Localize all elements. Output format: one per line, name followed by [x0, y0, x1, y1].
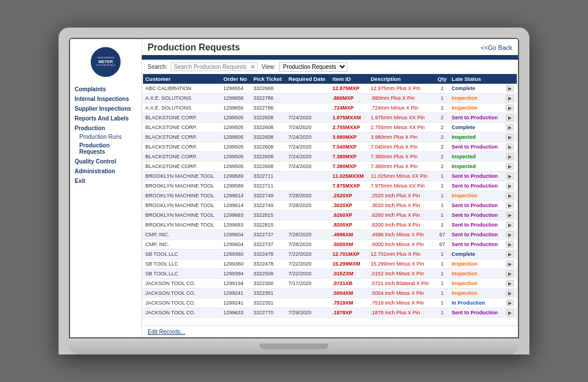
sidebar-item-quality-control[interactable]: Quality Control	[70, 156, 141, 166]
search-label: Search:	[148, 64, 167, 70]
cell-qty: 2	[435, 152, 449, 162]
cell-action[interactable]: ▶	[504, 269, 517, 279]
search-input[interactable]	[173, 64, 248, 70]
row-action-button[interactable]: ▶	[506, 182, 514, 189]
cell-item-id: .6260XP	[330, 211, 368, 220]
cell-customer: JACKSON TOOL CO.	[143, 308, 221, 318]
row-action-button[interactable]: ▶	[506, 202, 514, 209]
row-action-button[interactable]: ▶	[506, 231, 514, 238]
row-action-button[interactable]: ▶	[506, 134, 514, 141]
cell-order-no: 1299241	[221, 289, 251, 298]
row-action-button[interactable]: ▶	[506, 114, 514, 121]
cell-action[interactable]: ▶	[504, 171, 517, 181]
sidebar-item-production-runs[interactable]: Production Runs	[70, 132, 141, 141]
cell-qty: 1	[435, 250, 449, 259]
cell-status: Inspection	[450, 93, 504, 103]
row-action-button[interactable]: ▶	[506, 251, 514, 258]
view-select[interactable]: Production Requests	[279, 62, 347, 72]
cell-status: Inspected	[450, 162, 504, 171]
cell-action[interactable]: ▶	[504, 191, 517, 201]
table-row: JACKSON TOOL CO. 1299241 3322351 .7519XM…	[143, 298, 517, 308]
cell-pick-ticket: 3322749	[251, 201, 286, 211]
cell-order-no: 1299505	[221, 123, 251, 132]
cell-item-id: 12.701MXP	[330, 250, 368, 259]
table-wrapper[interactable]: Customer Order No Pick Ticket Required D…	[143, 74, 517, 325]
table-row: A.X.E. SOLUTIONS 1299656 3322786 .724MXP…	[143, 103, 517, 113]
row-action-button[interactable]: ▶	[506, 104, 514, 111]
cell-qty: 1	[435, 259, 449, 269]
sidebar-item-production[interactable]: Production	[70, 123, 141, 132]
cell-req-date: 7/28/2020	[286, 230, 330, 240]
cell-item-id: 3.980MXP	[330, 132, 368, 142]
row-action-button[interactable]: ▶	[506, 280, 514, 287]
row-action-button[interactable]: ▶	[506, 290, 514, 297]
cell-action[interactable]: ▶	[504, 132, 517, 142]
cell-pick-ticket: 3322608	[251, 162, 286, 171]
row-action-button[interactable]: ▶	[506, 260, 514, 267]
cell-action[interactable]: ▶	[504, 279, 517, 289]
row-action-button[interactable]: ▶	[506, 221, 514, 228]
row-action-button[interactable]: ▶	[506, 241, 514, 248]
cell-action[interactable]: ▶	[504, 201, 517, 211]
cell-action[interactable]: ▶	[504, 308, 517, 318]
row-action-button[interactable]: ▶	[506, 192, 514, 199]
row-action-button[interactable]: ▶	[506, 173, 514, 180]
cell-action[interactable]: ▶	[504, 181, 517, 191]
cell-customer: BROOKLYN MACHINE TOOL	[143, 211, 221, 220]
sidebar-item-reports-labels[interactable]: Reports And Labels	[70, 113, 141, 123]
cell-item-id: 12.975MXP	[330, 84, 368, 93]
cell-action[interactable]: ▶	[504, 103, 517, 113]
cell-qty: 1	[435, 298, 449, 308]
cell-action[interactable]: ▶	[504, 211, 517, 220]
cell-pick-ticket: 3322815	[251, 220, 286, 230]
sidebar-item-production-requests[interactable]: Production Requests	[70, 141, 141, 156]
cell-item-id: .8200XP	[330, 220, 368, 230]
cell-action[interactable]: ▶	[504, 230, 517, 240]
row-action-button[interactable]: ▶	[506, 163, 514, 170]
row-action-button[interactable]: ▶	[506, 143, 514, 150]
cell-action[interactable]: ▶	[504, 162, 517, 171]
cell-status: Complete	[450, 84, 504, 93]
sidebar-item-exit[interactable]: Exit	[70, 176, 141, 185]
cell-action[interactable]: ▶	[504, 142, 517, 152]
sidebar-item-administration[interactable]: Administration	[70, 166, 141, 176]
cell-action[interactable]: ▶	[504, 93, 517, 103]
row-action-button[interactable]: ▶	[506, 153, 514, 160]
cell-action[interactable]: ▶	[504, 84, 517, 93]
table-row: ABC CALIBRATION 1299554 3322668 12.975MX…	[143, 84, 517, 93]
row-action-button[interactable]: ▶	[506, 124, 514, 131]
cell-action[interactable]: ▶	[504, 259, 517, 269]
cell-description: 11.025mm Minus XX Pin	[368, 171, 435, 181]
cell-customer: A.X.E. SOLUTIONS	[143, 93, 221, 103]
cell-order-no: 1299505	[221, 113, 251, 123]
cell-req-date: 7/24/2020	[286, 152, 330, 162]
sidebar-item-supplier-inspections[interactable]: Supplier Inspections	[70, 103, 141, 113]
cell-action[interactable]: ▶	[504, 113, 517, 123]
cell-action[interactable]: ▶	[504, 220, 517, 230]
cell-description: .724mm Minus X Pin	[368, 103, 435, 113]
cell-action[interactable]: ▶	[504, 240, 517, 250]
cell-req-date: 7/28/2020	[286, 201, 330, 211]
cell-customer: A.X.E. SOLUTIONS	[143, 103, 221, 113]
cell-order-no: 1299604	[221, 230, 251, 240]
edit-records-link[interactable]: Edit Records...	[148, 329, 185, 335]
sidebar-item-complaints[interactable]: Complaints	[70, 84, 141, 93]
row-action-button[interactable]: ▶	[506, 270, 514, 277]
cell-order-no: 1299589	[221, 171, 251, 181]
row-action-button[interactable]: ▶	[506, 299, 514, 306]
cell-action[interactable]: ▶	[504, 123, 517, 132]
cell-order-no: 1299683	[221, 220, 251, 230]
cell-action[interactable]: ▶	[504, 298, 517, 308]
cell-action[interactable]: ▶	[504, 250, 517, 259]
go-back-link[interactable]: <<Go Back	[481, 44, 512, 51]
table-row: BLACKSTONE CORP. 1299505 3322608 7/24/20…	[143, 152, 517, 162]
row-action-button[interactable]: ▶	[506, 309, 514, 316]
row-action-button[interactable]: ▶	[506, 95, 514, 102]
search-clear-button[interactable]: ✕	[250, 64, 255, 70]
cell-qty: 1	[435, 93, 449, 103]
row-action-button[interactable]: ▶	[506, 212, 514, 219]
row-action-button[interactable]: ▶	[506, 85, 514, 92]
sidebar-item-internal-inspections[interactable]: Internal Inspections	[70, 93, 141, 103]
cell-action[interactable]: ▶	[504, 152, 517, 162]
cell-action[interactable]: ▶	[504, 289, 517, 298]
